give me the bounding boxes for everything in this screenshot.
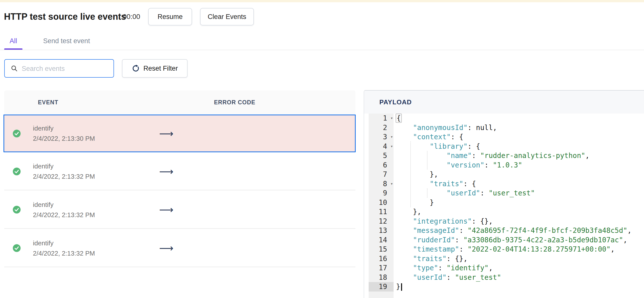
check-circle-icon — [12, 167, 21, 176]
fold-icon[interactable]: ▾ — [391, 132, 392, 142]
line-number: 1▾ — [369, 114, 394, 123]
event-row[interactable]: identify2/4/2022, 2:13:32 PM⟶ — [4, 152, 356, 190]
indent-guide — [427, 188, 428, 198]
code-line[interactable]: "name": "rudder-analytics-python", — [396, 151, 644, 160]
fold-icon[interactable]: ▾ — [391, 142, 392, 151]
events-table-header: EVENT ERROR CODE — [4, 90, 356, 115]
code-line[interactable]: "traits": {}, — [396, 254, 644, 263]
code-line[interactable]: "rudderId": "a33086db-9375-4c22-a2a3-b5d… — [396, 235, 644, 245]
code-line[interactable]: "messageId": "42a8695f-72f4-4f9f-bfcf-20… — [396, 226, 644, 235]
code-line[interactable]: "type": "identify", — [396, 263, 644, 273]
code-line[interactable]: "userId": "user_test" — [396, 273, 644, 282]
indent-guide — [410, 142, 411, 207]
top-banner-strip — [0, 0, 644, 2]
error-code-arrow-icon: ⟶ — [159, 166, 174, 177]
check-circle-icon — [12, 244, 21, 252]
line-number: 2 — [369, 123, 394, 133]
code-line[interactable]: "anonymousId": null, — [396, 123, 644, 133]
event-name: identify — [33, 239, 95, 247]
tab-all[interactable]: All — [4, 37, 22, 45]
event-timer: 00:00 — [123, 8, 140, 26]
payload-title: PAYLOAD — [379, 91, 412, 114]
event-row[interactable]: identify2/4/2022, 2:13:30 PM⟶ — [4, 115, 356, 152]
live-events-page: HTTP test source live events 00:00 Resum… — [0, 0, 644, 298]
code-line[interactable]: "integrations": {}, — [396, 217, 644, 226]
row-divider — [4, 266, 356, 267]
code-line[interactable]: { — [396, 114, 644, 123]
line-number: 16 — [369, 254, 394, 263]
line-number: 6 — [369, 160, 394, 170]
code-line[interactable]: "library": { — [396, 142, 644, 151]
reset-filter-button[interactable]: Reset Filter — [122, 59, 188, 78]
reset-filter-label: Reset Filter — [144, 65, 178, 72]
line-number: 17 — [369, 263, 394, 273]
line-number: 10 — [369, 198, 394, 207]
indent-guide — [427, 151, 428, 169]
line-number: 5 — [369, 151, 394, 160]
check-circle-icon — [12, 205, 21, 214]
payload-panel-header: PAYLOAD — [364, 91, 644, 114]
error-code-arrow-icon: ⟶ — [159, 128, 174, 139]
line-number-gutter: 1▾23▾4▾5678▾910111213141516171819 — [369, 114, 394, 298]
line-number: 8▾ — [369, 179, 394, 189]
search-box — [4, 59, 114, 78]
code-line[interactable]: }, — [396, 207, 644, 217]
line-number: 7 — [369, 170, 394, 179]
line-number: 11 — [369, 207, 394, 217]
text-cursor — [401, 283, 402, 291]
event-timestamp: 2/4/2022, 2:13:32 PM — [33, 173, 95, 180]
event-timestamp: 2/4/2022, 2:13:32 PM — [33, 211, 95, 219]
event-row[interactable]: identify2/4/2022, 2:13:32 PM⟶ — [4, 229, 356, 267]
line-number: 13 — [369, 226, 394, 235]
page-title: HTTP test source live events — [4, 8, 126, 26]
event-name: identify — [33, 125, 95, 132]
resume-button-label: Resume — [158, 13, 183, 21]
payload-panel: PAYLOAD 1▾23▾4▾5678▾91011121314151617181… — [364, 90, 644, 298]
clear-events-button-label: Clear Events — [208, 13, 246, 21]
tab-send-test-event[interactable]: Send test event — [43, 37, 90, 45]
event-timestamp: 2/4/2022, 2:13:32 PM — [33, 249, 95, 257]
fold-icon[interactable]: ▾ — [391, 179, 392, 189]
event-name: identify — [33, 162, 95, 170]
line-number: 4▾ — [369, 142, 394, 151]
event-timestamp: 2/4/2022, 2:13:30 PM — [33, 135, 95, 142]
search-input[interactable] — [21, 60, 112, 77]
line-number: 12 — [369, 217, 394, 226]
check-circle-icon — [12, 129, 21, 138]
line-number: 3▾ — [369, 132, 394, 142]
payload-json-editor[interactable]: 1▾23▾4▾5678▾910111213141516171819 { "ano… — [364, 114, 644, 298]
code-line[interactable]: "userId": "user_test" — [396, 188, 644, 198]
code-lines[interactable]: { "anonymousId": null, "context": { "lib… — [396, 114, 644, 291]
line-number: 9 — [369, 188, 394, 198]
code-line[interactable]: "traits": { — [396, 179, 644, 189]
error-code-arrow-icon: ⟶ — [159, 204, 174, 215]
fold-icon[interactable]: ▾ — [391, 114, 392, 123]
error-code-arrow-icon: ⟶ — [159, 242, 174, 254]
line-number: 19 — [369, 282, 394, 291]
code-line[interactable]: } — [396, 282, 644, 291]
code-line[interactable]: }, — [396, 170, 644, 179]
code-line[interactable]: "version": "1.0.3" — [396, 160, 644, 170]
column-header-error-code: ERROR CODE — [214, 90, 256, 115]
line-number: 15 — [369, 245, 394, 254]
column-header-event: EVENT — [38, 90, 58, 115]
event-row[interactable]: identify2/4/2022, 2:13:32 PM⟶ — [4, 190, 356, 229]
clear-events-button[interactable]: Clear Events — [200, 8, 254, 26]
code-line[interactable]: } — [396, 198, 644, 207]
resume-button[interactable]: Resume — [148, 8, 192, 26]
line-number: 14 — [369, 235, 394, 245]
code-line[interactable]: "context": { — [396, 132, 644, 142]
refresh-icon — [132, 64, 140, 72]
tabs-divider — [0, 50, 644, 50]
event-name: identify — [33, 201, 95, 208]
code-line[interactable]: "timestamp": "2022-02-04T14:13:28.275971… — [396, 245, 644, 254]
search-icon — [11, 65, 18, 72]
line-number: 18 — [369, 273, 394, 282]
